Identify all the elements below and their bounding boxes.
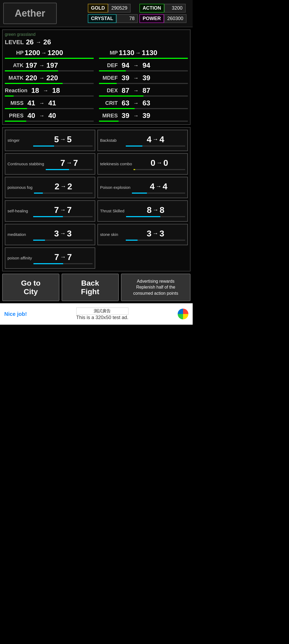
skill-name: meditation bbox=[7, 232, 32, 237]
stat-label: HP bbox=[5, 50, 24, 56]
stat-item-def: DEF 94 → 94 bbox=[99, 60, 188, 72]
skill-name: Thrust Skilled bbox=[100, 209, 124, 213]
stat-item-mp: MP 1130 → 1130 bbox=[99, 48, 188, 59]
bottom-buttons: Go to City Back Fight Advertising reward… bbox=[2, 274, 191, 301]
skill-name: stone skin bbox=[100, 232, 124, 237]
level-arrow: → bbox=[36, 39, 41, 45]
skill-name: poison affinity bbox=[7, 256, 32, 260]
stat-item-pres: PRES 40 → 40 bbox=[5, 111, 94, 122]
stat-label: DEX bbox=[99, 87, 118, 94]
goto-city-button[interactable]: Go to City bbox=[2, 274, 59, 301]
power-label: POWER bbox=[139, 14, 164, 23]
skill-item-stone-skin[interactable]: stone skin 3 → 3 bbox=[97, 224, 188, 245]
skill-name: Continuous stabbing bbox=[7, 162, 44, 166]
stat-item-atk: ATK 197 → 197 bbox=[5, 60, 94, 72]
stat-label: MATK bbox=[5, 75, 24, 81]
stats-panel: green grassland LEVEL 26 → 26 HP 1200 → … bbox=[2, 29, 191, 125]
stat-item-mres: MRES 39 → 39 bbox=[99, 111, 188, 122]
stat-item-matk: MATK 220 → 220 bbox=[5, 73, 94, 85]
gold-resource: GOLD 290529 bbox=[88, 4, 138, 13]
skill-name: Backstab bbox=[100, 138, 124, 143]
skill-name: telekinesis combo bbox=[100, 162, 132, 166]
stat-item-mdef: MDEF 39 → 39 bbox=[99, 73, 188, 85]
action-label: ACTION bbox=[139, 4, 164, 13]
skill-name: self-healing bbox=[7, 209, 32, 213]
power-value: 260300 bbox=[164, 14, 187, 23]
ad-reward-button[interactable]: Advertising rewards Replenish half of th… bbox=[121, 274, 191, 301]
stat-label: ATK bbox=[5, 62, 24, 68]
level-row: LEVEL 26 → 26 bbox=[5, 38, 188, 46]
skill-item-backstab[interactable]: Backstab 4 → 4 bbox=[97, 130, 188, 151]
gold-value: 290529 bbox=[108, 4, 131, 13]
skill-name: poisonous fog bbox=[7, 185, 32, 190]
level-label: LEVEL bbox=[5, 39, 24, 46]
stat-item-dex: DEX 87 → 87 bbox=[99, 86, 188, 97]
skill-item-stinger[interactable]: stinger 5 → 5 bbox=[5, 130, 95, 151]
char-name: Aether bbox=[15, 8, 45, 19]
skill-item-continuous-stabbing[interactable]: Continuous stabbing 7 → 7 bbox=[5, 153, 95, 175]
stat-item-hp: HP 1200 → 1200 bbox=[5, 48, 94, 59]
skill-item-poison-explosion[interactable]: Poison explosion 4 → 4 bbox=[97, 177, 188, 198]
stat-label: MRES bbox=[99, 113, 118, 119]
skill-item-thrust-skilled[interactable]: Thrust Skilled 8 → 8 bbox=[97, 200, 188, 222]
ad-banner: Nice job! 測試廣告 This is a 320x50 test ad. bbox=[0, 303, 193, 325]
stat-label: MP bbox=[99, 50, 118, 56]
action-value: 3200 bbox=[164, 4, 186, 13]
skill-name: Poison explosion bbox=[100, 185, 130, 190]
back-fight-button[interactable]: Back Fight bbox=[62, 274, 119, 301]
stat-label: MDEF bbox=[99, 75, 118, 81]
ad-title: 測試廣告 bbox=[76, 308, 128, 315]
skill-item-poisonous-fog[interactable]: poisonous fog 2 → 2 bbox=[5, 177, 95, 198]
location-text: green grassland bbox=[5, 32, 188, 37]
ad-nice-label: Nice job! bbox=[4, 311, 27, 317]
level-to: 26 bbox=[43, 38, 51, 46]
skills-panel: stinger 5 → 5 Backstab 4 → 4 bbox=[2, 127, 191, 271]
skill-item-self-healing[interactable]: self-healing 7 → 7 bbox=[5, 200, 95, 222]
gold-label: GOLD bbox=[88, 4, 108, 13]
stat-label: Reaction bbox=[5, 87, 27, 94]
char-name-box: Aether bbox=[3, 3, 57, 24]
stat-label: DEF bbox=[99, 62, 118, 68]
skill-item-telekinesis-combo[interactable]: telekinesis combo 0 → 0 bbox=[97, 153, 188, 175]
stats-grid: HP 1200 → 1200 MP 1130 → 1130 ATK 197 bbox=[5, 48, 188, 122]
stat-item-crit: CRIT 63 → 63 bbox=[99, 98, 188, 110]
ad-logo-icon bbox=[178, 309, 188, 319]
skills-grid: stinger 5 → 5 Backstab 4 → 4 bbox=[5, 130, 188, 269]
stat-item-miss: MISS 41 → 41 bbox=[5, 98, 94, 110]
skill-item-poison-affinity[interactable]: poison affinity 7 → 7 bbox=[5, 247, 95, 269]
skill-name: stinger bbox=[7, 138, 32, 143]
crystal-value: 78 bbox=[116, 14, 138, 23]
crystal-label: CRYSTAL bbox=[88, 14, 116, 23]
level-from: 26 bbox=[26, 38, 34, 46]
crystal-resource: CRYSTAL 78 bbox=[88, 14, 138, 23]
stat-label: MISS bbox=[5, 100, 24, 106]
ad-description: This is a 320x50 test ad. bbox=[76, 315, 128, 320]
stat-label: CRIT bbox=[99, 100, 118, 106]
power-resource: POWER 260300 bbox=[139, 14, 189, 23]
stat-item-reaction: Reaction 18 → 18 bbox=[5, 86, 94, 97]
action-resource: ACTION 3200 bbox=[139, 4, 189, 13]
ad-center: 測試廣告 This is a 320x50 test ad. bbox=[76, 308, 128, 320]
resource-grid: GOLD 290529 ACTION 3200 CRYSTAL 78 POWER… bbox=[88, 4, 189, 23]
stat-label: PRES bbox=[5, 113, 24, 119]
skill-item-meditation[interactable]: meditation 3 → 3 bbox=[5, 224, 95, 245]
header: Aether GOLD 290529 ACTION 3200 CRYSTAL 7… bbox=[0, 0, 193, 27]
